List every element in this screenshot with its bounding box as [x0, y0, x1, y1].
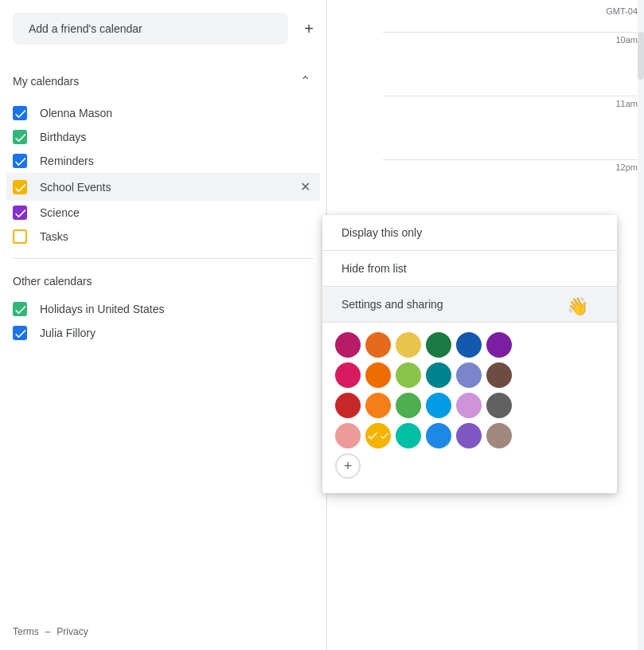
color-banana-selected[interactable]	[365, 423, 391, 448]
olenna-label: Olenna Mason	[40, 107, 314, 119]
color-peacock2[interactable]	[426, 362, 451, 388]
color-sage2[interactable]	[396, 393, 421, 418]
menu-display-only[interactable]: Display this only	[322, 215, 617, 250]
sidebar-item-julia[interactable]: Julia Fillory	[6, 321, 320, 345]
sidebar-item-birthdays[interactable]: Birthdays	[6, 125, 320, 149]
sidebar-item-reminders[interactable]: Reminders	[6, 149, 320, 173]
gmt-label: GMT-04	[327, 0, 644, 16]
birthdays-checkbox[interactable]	[13, 130, 27, 144]
julia-checkbox[interactable]	[13, 326, 27, 340]
school-events-close-button[interactable]: ✕	[297, 178, 314, 196]
tasks-checkbox[interactable]	[13, 229, 27, 244]
tasks-label: Tasks	[40, 230, 314, 243]
sidebar: Add a friend's calendar + My calendars ⌃…	[0, 0, 326, 650]
school-events-checkbox[interactable]	[13, 180, 27, 194]
color-lavender2[interactable]	[456, 362, 482, 388]
color-graphite[interactable]	[486, 362, 512, 388]
time-10am: 10am	[327, 32, 644, 96]
add-friend-row: Add a friend's calendar +	[13, 13, 320, 45]
other-calendars-header: Other calendars	[6, 268, 320, 294]
color-row-2	[335, 362, 604, 388]
color-grape2[interactable]	[456, 423, 482, 448]
color-sage3[interactable]	[396, 423, 421, 448]
my-calendars-title: My calendars	[13, 75, 79, 88]
menu-settings-sharing[interactable]: Settings and sharing	[322, 287, 617, 322]
color-flamingo[interactable]	[365, 332, 391, 358]
holidays-label: Holidays in United States	[40, 303, 314, 315]
menu-hide-list[interactable]: Hide from list	[322, 251, 617, 286]
add-friend-button[interactable]: Add a friend's calendar	[13, 13, 288, 45]
my-calendars-collapse-button[interactable]: ⌃	[297, 70, 314, 92]
sidebar-item-olenna[interactable]: Olenna Mason	[6, 101, 320, 125]
scrollbar[interactable]	[638, 0, 644, 650]
color-basil[interactable]	[396, 362, 421, 388]
color-sage[interactable]	[426, 332, 451, 358]
color-tomato2[interactable]	[335, 393, 361, 418]
science-label: Science	[40, 206, 314, 219]
terms-link[interactable]: Terms	[13, 626, 39, 637]
school-events-label: School Events	[40, 181, 297, 194]
color-tangerine[interactable]	[365, 393, 391, 418]
sidebar-item-school-events[interactable]: School Events ✕	[6, 173, 320, 201]
sidebar-item-holidays[interactable]: Holidays in United States	[6, 297, 320, 321]
time-11am: 11am	[327, 96, 644, 159]
color-grape[interactable]	[365, 362, 391, 388]
science-checkbox[interactable]	[13, 206, 27, 220]
sidebar-item-science[interactable]: Science	[6, 201, 320, 225]
reminders-checkbox[interactable]	[13, 154, 27, 168]
color-flamingo2[interactable]	[335, 423, 361, 448]
color-row-1	[335, 332, 604, 358]
other-calendars-title: Other calendars	[13, 275, 92, 288]
add-friend-plus-button[interactable]: +	[298, 17, 320, 41]
section-divider	[13, 258, 314, 259]
color-peacock3[interactable]	[426, 393, 451, 418]
color-row-3	[335, 393, 604, 418]
color-tomato[interactable]	[335, 332, 361, 358]
holidays-checkbox[interactable]	[13, 302, 27, 316]
privacy-link[interactable]: Privacy	[57, 626, 88, 637]
add-custom-color-button[interactable]: +	[335, 453, 361, 479]
color-blueberry[interactable]	[486, 332, 512, 358]
color-lavender[interactable]	[335, 362, 361, 388]
olenna-checkbox[interactable]	[13, 106, 27, 120]
birthdays-label: Birthdays	[40, 131, 314, 143]
terms-row: Terms – Privacy	[6, 613, 95, 650]
color-graphite2[interactable]	[486, 393, 512, 418]
terms-separator: –	[45, 626, 51, 637]
julia-label: Julia Fillory	[40, 327, 314, 339]
color-lavender3[interactable]	[456, 393, 482, 418]
color-mocha[interactable]	[486, 423, 512, 448]
my-calendars-header: My calendars ⌃	[6, 64, 320, 98]
color-banana[interactable]	[396, 332, 421, 358]
color-row-4	[335, 423, 604, 448]
color-peacock[interactable]	[456, 332, 482, 358]
sidebar-item-tasks[interactable]: Tasks	[6, 225, 320, 249]
time-12pm: 12pm	[327, 159, 644, 223]
context-menu: Display this only Hide from list Setting…	[322, 215, 617, 493]
color-cobalt[interactable]	[426, 423, 451, 448]
color-picker: +	[322, 323, 617, 493]
reminders-label: Reminders	[40, 155, 314, 167]
color-add-row: +	[335, 453, 604, 479]
